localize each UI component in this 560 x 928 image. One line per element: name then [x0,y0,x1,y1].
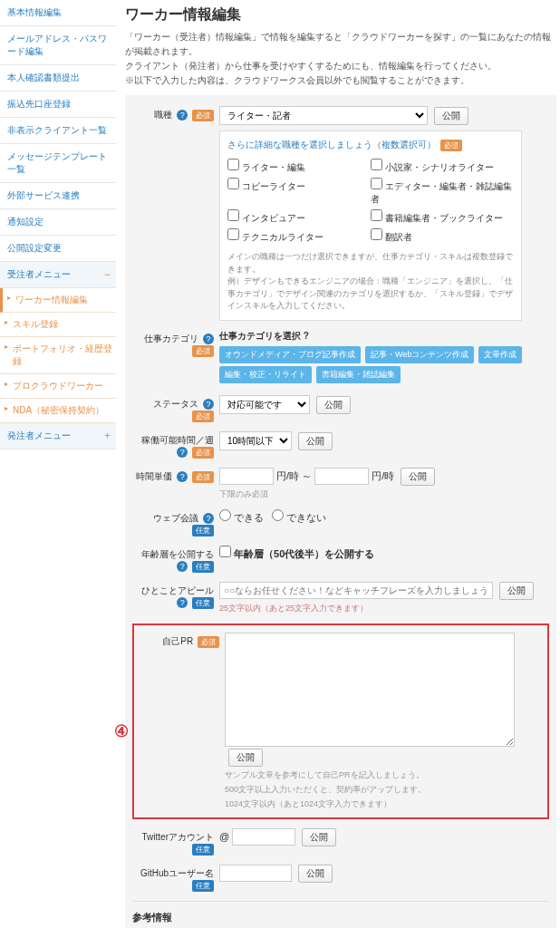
reference-title: 参考情報 [132,911,549,924]
sidebar-item-public[interactable]: 公開設定変更 [0,236,116,262]
minus-icon: − [104,268,111,281]
checkbox[interactable] [371,209,382,221]
worker-menu-portfolio[interactable]: ポートフォリオ・経歴登録 [0,337,116,374]
twitter-label: Twitterアカウント 任意 [132,828,219,856]
detail-job-types: さらに詳細な職種を選択しましょう（複数選択可） 必須 ライター・編集 小説家・シ… [219,130,522,321]
radio-can[interactable]: できる [219,512,264,523]
worker-menu-nda[interactable]: NDA（秘密保持契約） [0,399,116,423]
sidebar-item-email[interactable]: メールアドレス・パスワード編集 [0,26,116,65]
checkbox[interactable] [371,228,382,240]
status-select[interactable]: 対応可能です [219,395,310,414]
pr-note: 500文字以上入力いただくと、契約率がアップします。 [225,784,544,796]
checkbox-item[interactable]: 書籍編集者・ブックライター [371,208,514,227]
worker-menu-info[interactable]: ワーカー情報編集 [0,288,116,313]
pr-note: 1024文字以内（あと1024文字入力できます） [225,798,544,810]
publish-button[interactable]: 公開 [434,107,468,125]
status-label: ステータス ? 必須 [132,395,219,422]
age-checkbox[interactable] [219,546,231,557]
github-label: GitHubユーザー名 任意 [132,865,219,892]
hours-select[interactable]: 10時間以下 [219,431,292,450]
worker-menu-skill[interactable]: スキル登録 [0,313,116,337]
detail-note: メインの職種は一つだけ選択できますが、仕事カテゴリ・スキルは複数登録できます。 … [227,251,514,313]
help-icon[interactable]: ? [203,399,214,410]
checkbox[interactable] [227,159,239,170]
publish-button[interactable]: 公開 [499,582,534,600]
optional-badge: 任意 [192,525,214,536]
required-badge: 必須 [192,471,214,483]
category-tag[interactable]: 文章作成 [478,346,522,363]
optional-badge: 任意 [192,880,214,892]
publish-button[interactable]: 公開 [228,749,263,767]
worker-menu-label: 受注者メニュー [7,269,71,279]
help-icon[interactable]: ? [177,447,188,458]
sidebar-item-bank[interactable]: 振込先口座登録 [0,92,116,118]
web-meeting-label: ウェブ会議 ? 任意 [132,509,219,536]
sidebar-item-basic[interactable]: 基本情報編集 [0,0,116,26]
help-icon[interactable]: ? [203,513,214,524]
job-type-select[interactable]: ライター・記者 [219,106,428,125]
checkbox-item[interactable]: コピーライター [227,176,371,208]
reference-section: 参考情報 出身地 任意 公開 64文字以内（あと64文字入力できます） 大学院な… [132,901,549,929]
category-tag[interactable]: 記事・Webコンテンツ作成 [365,346,474,363]
required-badge: 必須 [192,345,214,357]
page-title: ワーカー情報編集 [125,0,556,30]
pr-textarea[interactable] [225,633,515,747]
rate-min-input[interactable] [219,468,274,485]
appeal-input[interactable] [219,582,493,599]
checkbox[interactable] [371,159,382,170]
checkbox[interactable] [227,209,239,221]
github-input[interactable] [219,865,292,882]
optional-badge: 任意 [192,844,214,856]
publish-button[interactable]: 公開 [401,468,435,486]
checkbox-item[interactable]: 小説家・シナリオライター [371,157,514,176]
checkbox-item[interactable]: インタビュアー [227,208,371,227]
pr-note: サンプル文章を参考にして自己PRを記入しましょう。 [225,769,544,781]
rate-max-input[interactable] [314,468,369,485]
category-tag[interactable]: オウンドメディア・ブログ記事作成 [219,346,361,363]
client-menu-header[interactable]: 発注者メニュー+ [0,423,116,450]
worker-menu-header[interactable]: 受注者メニュー− [0,262,116,288]
desc-line: ※以下で入力した内容は、クラウドワークス会員以外でも閲覧することができます。 [125,73,556,88]
detail-title: さらに詳細な職種を選択しましょう（複数選択可） 必須 [227,139,514,151]
pr-label: 自己PR 必須 [138,633,225,648]
help-icon[interactable]: ? [203,334,214,344]
category-tag[interactable]: 編集・校正・リライト [219,366,312,383]
checkbox-item[interactable]: 翻訳者 [371,227,514,246]
sidebar-item-notify[interactable]: 通知設定 [0,209,116,236]
publish-button[interactable]: 公開 [316,396,351,414]
help-icon[interactable]: ? [177,561,188,572]
category-select-title[interactable]: 仕事カテゴリを選択 ? [219,330,549,343]
checkbox[interactable] [371,178,382,189]
sidebar-item-external[interactable]: 外部サービス連携 [0,183,116,209]
radio[interactable] [219,509,231,521]
optional-badge: 任意 [192,561,214,573]
worker-menu-pro[interactable]: プロクラウドワーカー [0,374,116,399]
main-content: ワーカー情報編集 「ワーカー（受注者）情報編集」で情報を編集すると「クラウドワー… [116,0,560,928]
help-icon[interactable]: ? [304,331,309,341]
publish-button[interactable]: 公開 [298,865,333,883]
job-type-label: 職種 ? 必須 [132,106,219,121]
checkbox[interactable] [227,178,239,189]
sidebar-item-identity[interactable]: 本人確認書類提出 [0,65,116,92]
checkbox[interactable] [227,228,239,240]
checkbox-item[interactable]: エディター・編集者・雑誌編集者 [371,176,514,208]
publish-button[interactable]: 公開 [302,828,336,846]
sidebar-item-templates[interactable]: メッセージテンプレート一覧 [0,144,116,183]
category-tags: オウンドメディア・ブログ記事作成 記事・Webコンテンツ作成 文章作成 編集・校… [219,346,549,386]
checkbox-item[interactable]: ライター・編集 [227,157,371,176]
radio[interactable] [272,509,284,521]
help-icon[interactable]: ? [177,471,188,482]
checkbox-item[interactable]: テクニカルライター [227,227,371,246]
category-tag[interactable]: 書籍編集・雑誌編集 [316,366,401,383]
age-checkbox-label[interactable]: 年齢層（50代後半）を公開する [219,548,374,559]
required-badge: 必須 [440,140,462,151]
help-icon[interactable]: ? [177,110,188,121]
highlight-box: 自己PR 必須 公開 サンプル文章を参考にして自己PRを記入しましょう。 500… [132,624,549,819]
twitter-input[interactable] [232,828,295,846]
sidebar-item-hidden-clients[interactable]: 非表示クライアント一覧 [0,118,116,144]
radio-cannot[interactable]: できない [272,512,326,523]
publish-button[interactable]: 公開 [298,432,333,450]
help-icon[interactable]: ? [177,597,188,608]
plus-icon: + [104,430,111,442]
required-badge: 必須 [192,447,214,459]
